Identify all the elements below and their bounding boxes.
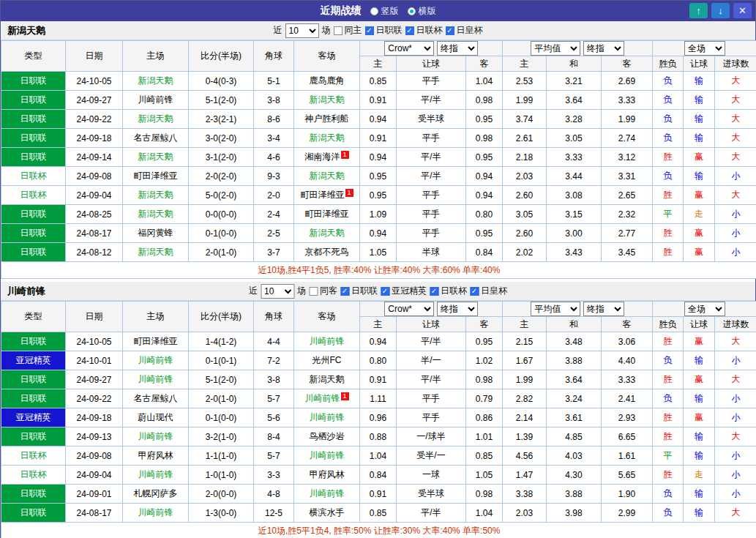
- away-team-cell[interactable]: 町田泽维亚: [294, 205, 360, 224]
- result-handicap: 赢: [684, 370, 715, 389]
- home-team-cell[interactable]: 新潟天鹅: [123, 148, 189, 167]
- home-team-cell[interactable]: 新潟天鹅: [123, 110, 189, 129]
- league-filter-checkbox[interactable]: ✓日职联: [365, 24, 403, 37]
- move-down-button[interactable]: ↓: [711, 3, 730, 18]
- checkbox-icon[interactable]: [334, 26, 343, 35]
- away-team-cell[interactable]: 新潟天鹅: [294, 129, 360, 148]
- away-team-cell[interactable]: 鸟栖沙岩: [294, 427, 360, 447]
- home-team-cell[interactable]: 新潟天鹅: [123, 72, 189, 91]
- league-filter-checkbox[interactable]: ✓日职联: [340, 285, 378, 297]
- home-team-cell[interactable]: 甲府风林: [123, 447, 189, 466]
- crown-home-odds: 0.94: [360, 332, 397, 351]
- crown-handicap: 受半球: [397, 485, 466, 504]
- checkbox-icon[interactable]: ✓: [405, 26, 414, 35]
- crown-away-odds: 0.79: [466, 389, 503, 408]
- away-team-cell[interactable]: 川崎前锋: [294, 332, 360, 351]
- home-team-cell[interactable]: 新潟天鹅: [123, 243, 189, 262]
- result-goals: 小: [715, 205, 756, 224]
- avg-draw-odds: 4.03: [547, 447, 602, 466]
- layout-radio-vertical[interactable]: 竖版: [370, 5, 399, 18]
- odds-stage-select[interactable]: 终指: [437, 41, 478, 56]
- checkbox-icon[interactable]: ✓: [430, 287, 438, 296]
- home-team-cell[interactable]: 川崎前锋: [123, 351, 189, 370]
- crown-home-odds: 0.84: [360, 466, 397, 485]
- avg-home-odds: 1.67: [503, 351, 547, 370]
- away-team-cell[interactable]: 新潟天鹅: [294, 167, 360, 186]
- crown-home-odds: 0.88: [360, 427, 397, 447]
- home-team-cell[interactable]: 川崎前锋: [123, 504, 189, 523]
- checkbox-icon[interactable]: ✓: [381, 287, 389, 296]
- away-team-cell[interactable]: 新潟天鹅: [294, 224, 360, 243]
- home-team-cell[interactable]: 蔚山现代: [123, 408, 189, 427]
- home-team-cell[interactable]: 川崎前锋: [123, 370, 189, 389]
- league-filter-checkbox[interactable]: ✓日联杯: [405, 24, 443, 37]
- red-card-badge: 1: [341, 392, 349, 400]
- away-team-cell[interactable]: 光州FC: [294, 351, 360, 370]
- home-team-cell[interactable]: 名古屋鲸八: [123, 389, 189, 408]
- away-team-cell[interactable]: 川崎前锋: [294, 485, 360, 504]
- result-winloss: 胜: [653, 370, 684, 389]
- recent-count-select[interactable]: 10: [261, 284, 294, 299]
- away-team-cell[interactable]: 新潟天鹅: [294, 91, 360, 110]
- avg-home-odds: 2.53: [503, 72, 547, 91]
- away-team-cell[interactable]: 川崎前锋: [294, 408, 360, 427]
- match-row: 日职联24-09-27川崎前锋5-1(2-0)3-8新潟天鹅0.91平/半0.9…: [1, 91, 756, 110]
- crown-away-odds: 1.04: [466, 72, 503, 91]
- home-team-cell[interactable]: 新潟天鹅: [123, 186, 189, 205]
- crown-away-odds: 0.98: [466, 485, 503, 504]
- away-team-cell[interactable]: 湘南海洋1: [294, 148, 360, 167]
- league-filter-checkbox[interactable]: ✓日皇杯: [470, 285, 507, 297]
- league-filter-checkbox[interactable]: ✓亚冠精英: [381, 285, 427, 297]
- home-team-cell[interactable]: 町田泽维亚: [123, 332, 189, 351]
- league-filter-checkbox[interactable]: ✓日皇杯: [446, 24, 483, 37]
- home-team-cell[interactable]: 川崎前锋: [123, 427, 189, 447]
- close-button[interactable]: ✕: [733, 3, 752, 18]
- checkbox-icon[interactable]: ✓: [365, 26, 374, 35]
- average-select[interactable]: 平均值: [531, 41, 580, 56]
- away-team-cell[interactable]: 新潟天鹅: [294, 370, 360, 389]
- home-team-cell[interactable]: 川崎前锋: [123, 466, 189, 485]
- bookmaker-select[interactable]: Crow*: [384, 302, 434, 316]
- away-team-cell[interactable]: 川崎前锋1: [294, 389, 360, 408]
- fulltime-select[interactable]: 全场: [684, 302, 725, 316]
- same-home-checkbox[interactable]: 同主: [334, 24, 362, 37]
- checkbox-icon[interactable]: [309, 287, 318, 296]
- away-team-cell[interactable]: 甲府风林: [294, 466, 360, 485]
- away-team-cell[interactable]: 京都不死鸟: [294, 243, 360, 262]
- home-team-cell[interactable]: 新潟天鹅: [123, 205, 189, 224]
- games-label: 场: [322, 24, 331, 37]
- away-team-cell[interactable]: 川崎前锋: [294, 447, 360, 466]
- away-team-cell[interactable]: 町田泽维亚1: [294, 186, 360, 205]
- checkbox-icon[interactable]: ✓: [446, 26, 454, 35]
- away-team-cell[interactable]: 横滨水手: [294, 504, 360, 523]
- home-team-cell[interactable]: 札幌冈萨多: [123, 485, 189, 504]
- avg-home-odds: 2.03: [503, 504, 547, 523]
- recent-count-select[interactable]: 10: [285, 23, 319, 38]
- away-team-cell[interactable]: 神户胜利船: [294, 110, 360, 129]
- same-away-checkbox[interactable]: 同客: [309, 285, 337, 297]
- home-team-cell[interactable]: 川崎前锋: [123, 91, 189, 110]
- crown-home-odds: 0.94: [360, 224, 397, 243]
- move-up-button[interactable]: ↑: [689, 3, 708, 18]
- match-row: 日联杯24-09-04新潟天鹅5-0(2-0)2-0町田泽维亚10.95平手0.…: [1, 186, 756, 205]
- home-team-cell[interactable]: 名古屋鲸八: [123, 129, 189, 148]
- result-handicap: 输: [684, 389, 715, 408]
- fulltime-select[interactable]: 全场: [684, 41, 725, 56]
- odds-stage-select[interactable]: 终指: [583, 41, 624, 56]
- layout-radio-horizontal[interactable]: 横版: [408, 5, 436, 18]
- odds-stage-select[interactable]: 终指: [583, 302, 624, 316]
- score-cell: 1-3(0-0): [189, 504, 254, 523]
- odds-stage-select[interactable]: 终指: [437, 302, 478, 316]
- average-select[interactable]: 平均值: [531, 302, 580, 316]
- radio-selected-icon[interactable]: [408, 7, 416, 15]
- bookmaker-select[interactable]: Crow*: [384, 41, 434, 56]
- avg-draw-odds: 3.64: [547, 91, 602, 110]
- checkbox-icon[interactable]: ✓: [470, 287, 479, 296]
- league-filter-checkbox[interactable]: ✓日联杯: [430, 285, 467, 297]
- match-row: 日职联24-08-17福冈黄蜂0-1(0-0)2-5新潟天鹅0.94平手0.95…: [1, 224, 756, 243]
- checkbox-icon[interactable]: ✓: [340, 287, 349, 296]
- radio-unselected-icon[interactable]: [370, 7, 378, 15]
- home-team-cell[interactable]: 福冈黄蜂: [123, 224, 189, 243]
- home-team-cell[interactable]: 町田泽维亚: [123, 167, 189, 186]
- away-team-cell[interactable]: 鹿岛鹿角: [294, 72, 360, 91]
